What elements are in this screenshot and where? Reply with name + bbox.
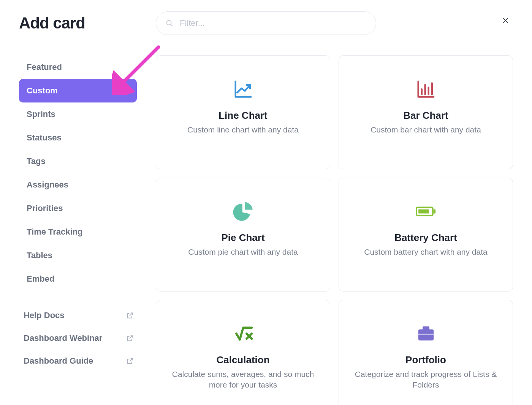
bar-chart-icon xyxy=(416,78,436,101)
sidebar: Featured Custom Sprints Statuses Tags As… xyxy=(19,55,137,405)
card-bar-chart[interactable]: Bar Chart Custom bar chart with any data xyxy=(339,55,513,169)
card-title: Bar Chart xyxy=(403,110,448,121)
card-grid: Line Chart Custom line chart with any da… xyxy=(156,55,513,405)
card-desc: Custom line chart with any data xyxy=(187,124,299,135)
sidebar-item-statuses[interactable]: Statuses xyxy=(19,126,137,150)
card-desc: Categorize and track progress of Lists &… xyxy=(352,369,500,391)
card-title: Line Chart xyxy=(218,110,268,121)
sidebar-link-label: Help Docs xyxy=(24,310,65,320)
filter-input[interactable] xyxy=(179,12,367,35)
sidebar-link-label: Dashboard Guide xyxy=(24,356,93,366)
close-button[interactable] xyxy=(498,14,513,29)
card-desc: Custom bar chart with any data xyxy=(370,124,481,135)
search-icon xyxy=(165,19,174,27)
sidebar-item-featured[interactable]: Featured xyxy=(19,55,137,79)
svg-rect-14 xyxy=(423,326,429,330)
sidebar-divider xyxy=(19,297,137,297)
svg-line-1 xyxy=(171,24,172,26)
line-chart-icon xyxy=(233,78,253,101)
filter-input-wrap[interactable] xyxy=(156,11,376,35)
sidebar-item-sprints[interactable]: Sprints xyxy=(19,102,137,126)
sidebar-link-dashboard-guide[interactable]: Dashboard Guide xyxy=(19,350,137,372)
card-desc: Custom battery chart with any data xyxy=(364,247,488,257)
card-portfolio[interactable]: Portfolio Categorize and track progress … xyxy=(339,300,513,405)
sidebar-item-label: Time Tracking xyxy=(27,227,83,237)
portfolio-icon xyxy=(416,322,436,345)
battery-chart-icon xyxy=(416,200,436,223)
sidebar-item-time-tracking[interactable]: Time Tracking xyxy=(19,220,137,244)
external-link-icon xyxy=(126,357,134,365)
svg-rect-9 xyxy=(433,210,435,214)
close-icon xyxy=(502,17,509,26)
sidebar-item-tables[interactable]: Tables xyxy=(19,244,137,267)
card-calculation[interactable]: Calculation Calculate sums, averages, an… xyxy=(156,300,330,405)
sidebar-item-priorities[interactable]: Priorities xyxy=(19,197,137,220)
external-link-icon xyxy=(126,312,134,319)
card-title: Battery Chart xyxy=(394,232,457,244)
sidebar-item-label: Embed xyxy=(27,274,54,284)
sidebar-item-label: Sprints xyxy=(27,109,55,119)
external-link-icon xyxy=(126,334,134,342)
sidebar-link-label: Dashboard Webinar xyxy=(24,333,102,343)
pie-chart-icon xyxy=(233,200,253,223)
sidebar-item-tags[interactable]: Tags xyxy=(19,150,137,173)
sidebar-link-help-docs[interactable]: Help Docs xyxy=(19,304,137,327)
sidebar-item-embed[interactable]: Embed xyxy=(19,267,137,291)
svg-rect-15 xyxy=(418,334,434,335)
sidebar-link-dashboard-webinar[interactable]: Dashboard Webinar xyxy=(19,327,137,350)
sidebar-item-label: Tables xyxy=(27,251,52,260)
card-title: Calculation xyxy=(216,354,269,366)
sidebar-item-label: Tags xyxy=(27,156,46,166)
calculation-icon xyxy=(233,322,253,345)
svg-rect-10 xyxy=(418,210,429,214)
card-title: Portfolio xyxy=(405,354,446,366)
sidebar-item-label: Priorities xyxy=(27,203,63,213)
card-desc: Custom pie chart with any data xyxy=(188,247,298,257)
svg-point-0 xyxy=(167,20,171,25)
page-title: Add card xyxy=(19,14,156,32)
sidebar-item-label: Statuses xyxy=(27,133,62,143)
card-desc: Calculate sums, averages, and so much mo… xyxy=(169,369,317,391)
card-battery-chart[interactable]: Battery Chart Custom battery chart with … xyxy=(339,178,513,292)
sidebar-item-custom[interactable]: Custom xyxy=(19,79,137,102)
sidebar-item-assignees[interactable]: Assignees xyxy=(19,173,137,197)
sidebar-item-label: Custom xyxy=(27,86,58,96)
card-title: Pie Chart xyxy=(221,232,264,244)
sidebar-item-label: Assignees xyxy=(27,180,68,190)
card-line-chart[interactable]: Line Chart Custom line chart with any da… xyxy=(156,55,330,169)
card-pie-chart[interactable]: Pie Chart Custom pie chart with any data xyxy=(156,178,330,292)
sidebar-item-label: Featured xyxy=(27,62,62,72)
